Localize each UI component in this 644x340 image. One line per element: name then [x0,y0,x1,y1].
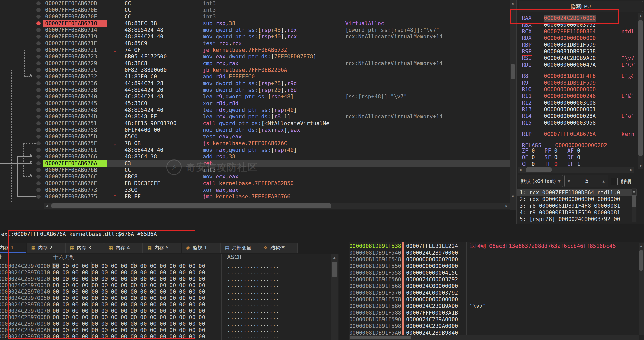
disasm-row[interactable]: 00007FFF0EAB675D85C0test eax,eax [0,133,510,140]
disasm-row[interactable]: 00007FFF0EAB672C0F82 38B90600jb kernelba… [0,67,510,73]
stack-row[interactable]: 00000081DB91F5480000000000002000 [349,256,644,263]
scroll-up-icon[interactable]: ▲ [639,243,644,248]
arguments-list[interactable]: 1: rcx 00007FFF1100D864 ntdll.02: rdx 00… [517,188,637,223]
tab-内存 3[interactable]: ▦内存 3 [65,243,104,253]
registers-vscrollbar[interactable]: ▲ ▼ [638,13,643,169]
dump-row[interactable]: 0000024C2B97008000 00 00 00 00 00 00 00 … [0,314,339,321]
registers-hscrollbar[interactable]: ◀ ▶ [518,167,634,173]
stepper-down-icon[interactable]: ▼ [568,175,570,187]
disasm-row[interactable]: 00007FFF0EAB671948:894C24 40mov qword pt… [0,33,510,40]
breakpoint-dot[interactable] [36,48,41,52]
breakpoint-dot[interactable] [36,88,41,92]
breakpoint-dot[interactable] [36,101,41,105]
breakpoint-dot[interactable] [36,35,41,39]
register-row-RDI[interactable]: RDI000000000000047AL'Ѻ' [517,62,637,68]
breakpoint-dot[interactable] [36,188,41,192]
disasm-row[interactable]: 00007FFF0EAB676AC3ret [0,160,510,167]
disasm-vscrollbar[interactable]: ▲ ▼ [510,0,516,210]
stepper-up-icon[interactable]: ▲ [603,175,605,187]
argument-row[interactable]: 4: r9 00000081DB91F5D9 00000081 [517,209,637,216]
scrollbar-thumb[interactable] [526,167,552,172]
breakpoint-dot[interactable] [36,1,41,5]
breakpoint-dot[interactable] [36,15,41,19]
breakpoint-dot[interactable] [36,41,41,45]
arguments-vscrollbar[interactable]: ▲ [632,188,636,222]
argument-row[interactable]: 2: rdx 0000000000000000 0000000 [517,196,637,203]
dump-row[interactable]: 0000024C2B97003000 00 00 00 00 00 00 00 … [0,282,339,289]
scroll-right-icon[interactable]: ▶ [629,167,634,172]
breakpoint-dot[interactable] [36,81,41,85]
disassembly-panel[interactable]: 00007FFF0EAB670DCCint300007FFF0EAB670ECC… [0,0,510,210]
stack-row[interactable]: 00000081DB91F5400000024C2B970000 [349,249,644,256]
unlock-checkbox[interactable] [611,178,618,185]
register-row-R15[interactable]: R150000000000003958 [517,119,637,126]
scroll-up-icon[interactable]: ▲ [332,255,337,260]
breakpoint-dot[interactable] [36,121,41,125]
register-row-RDX[interactable]: RDX0000000000000000 [517,35,637,42]
argument-row[interactable]: 5: [rsp+28] 0000024C00003792 00 [517,216,637,223]
dump-row[interactable]: 0000024C2B97005000 00 00 00 00 00 00 00 … [0,295,339,302]
stack-row[interactable]: 00000081DB91F5500000000000000000 [349,263,644,269]
hide-fpu-button[interactable]: 隐藏FPU [519,1,643,12]
scrollbar-thumb[interactable] [638,20,643,156]
disasm-row[interactable]: 00007FFF0EAB676BCCint3 [0,167,510,173]
dump-row[interactable]: 0000024C2B9700B000 00 00 00 00 00 00 00 … [0,334,339,340]
dump-row[interactable]: 0000024C2B97004000 00 00 00 00 00 00 00 … [0,289,339,295]
disasm-row[interactable]: 00007FFF0EAB676EE8 DDC3FCFFcall kernelba… [0,180,510,187]
tab-局部变量[interactable]: ▤局部变量 [220,243,259,253]
register-row-R10[interactable]: R100000000000000000 [517,86,637,93]
scrollbar-thumb[interactable] [632,195,636,207]
register-row-R8[interactable]: R800000081DB91F4F8L"尿 [517,73,637,79]
dump-row[interactable]: 0000024C2B97006000 00 00 00 00 00 00 00 … [0,302,339,308]
disasm-row[interactable]: 00007FFF0EAB6721⌄74 0Fje kernelbase.7FFF… [0,47,510,53]
register-row-R14[interactable]: R14000000000000028AL'ʊ' [517,113,637,119]
breakpoint-dot[interactable] [36,28,41,32]
dump-row[interactable]: 0000024C2B97002000 00 00 00 00 00 00 00 … [0,276,339,282]
breakpoint-dot-enabled[interactable] [36,21,41,25]
dump-row[interactable]: 0000024C2B97007000 00 00 00 00 00 00 00 … [0,308,339,314]
breakpoint-dot[interactable] [36,161,41,165]
breakpoint-dot[interactable] [36,141,41,145]
disasm-row[interactable]: 00007FFF0EAB673644:894C24 28mov dword pt… [0,80,510,87]
disasm-row[interactable]: 00007FFF0EAB671E48:85C9test rcx,rcx [0,40,510,47]
argument-count-stepper[interactable]: ▼ 5 ▲ [564,175,608,187]
stack-hscrollbar[interactable] [349,335,639,340]
argument-row[interactable]: 3: r8 00000081DB91F4F8 00000081 [517,203,637,209]
disasm-row[interactable]: 00007FFF0EAB67238B05 4F172500mov eax,dwo… [0,53,510,60]
stack-row[interactable]: 00000081DB91F5600000024C00003792 [349,276,644,283]
tab-内存 2[interactable]: ▦内存 2 [27,243,65,253]
breakpoint-dot[interactable] [36,181,41,185]
breakpoint-dot[interactable] [36,75,41,79]
disasm-row[interactable]: 00007FFF0EAB67404C:8D4C24 48lea r9,qword… [0,93,510,100]
stack-row[interactable]: 00000081DB91F53800007FFEEB1EE224返回到 08ec… [349,243,644,249]
stack-row[interactable]: 00000081DB91F5700000024C00003792 [349,289,644,296]
breakpoint-dot[interactable] [36,115,41,119]
disasm-row[interactable]: 00007FFF0EAB670ECCint3 [0,7,510,13]
breakpoint-dot[interactable] [36,68,41,72]
scroll-right-icon[interactable]: ▶ [504,203,509,208]
disasm-hscrollbar[interactable]: ◀ ▶ [44,203,510,209]
stack-row[interactable]: 00000081DB91F58800007FFF00003A1B [349,309,644,316]
disasm-row[interactable]: 00007FFF0EAB670FCCint3 [0,13,510,20]
breakpoint-dot[interactable] [36,55,41,59]
tab-内存 1[interactable]: ▦内存 1 [0,243,26,253]
disasm-row[interactable]: 00007FFF0EAB674D49:8D48 FFlea rcx,qword … [0,113,510,120]
disasm-row[interactable]: 00007FFF0EAB674545:33C0xor r8d,r8d [0,100,510,107]
scroll-up-icon[interactable]: ▲ [510,1,515,6]
breakpoint-dot[interactable] [36,95,41,99]
register-row-RSP[interactable]: RSP00000081DB91F538 [517,48,637,55]
argument-row[interactable]: 1: rcx 00007FFF1100D864 ntdll.0 [517,189,637,196]
scroll-left-icon[interactable]: ◀ [518,167,523,172]
disasm-row[interactable]: 00007FFF0EAB674848:8D5424 40lea rdx,qwor… [0,107,510,113]
register-row-R9[interactable]: R900000081DB91F5D9 [517,79,637,86]
disasm-row[interactable]: 00007FFF0EAB676648:83C4 38add rsp,38 [0,153,510,160]
scrollbar-thumb[interactable] [332,262,337,277]
disasm-row[interactable]: 00007FFF0EAB675148:FF15 90F01700call qwo… [0,120,510,127]
stack-vscrollbar[interactable]: ▲ [639,243,644,335]
register-row-RBX[interactable]: RBX0000000000003792 [517,22,637,28]
disasm-row[interactable]: 00007FFF0EAB673B44:894424 20mov dword pt… [0,87,510,93]
stack-row[interactable]: 00000081DB91F5680000024C00000000 [349,283,644,289]
dump-vscrollbar[interactable]: ▲ [331,254,338,340]
stack-row[interactable]: 00000081DB91F5780000000000000000 [349,296,644,303]
scrollbar-thumb[interactable] [350,336,411,339]
